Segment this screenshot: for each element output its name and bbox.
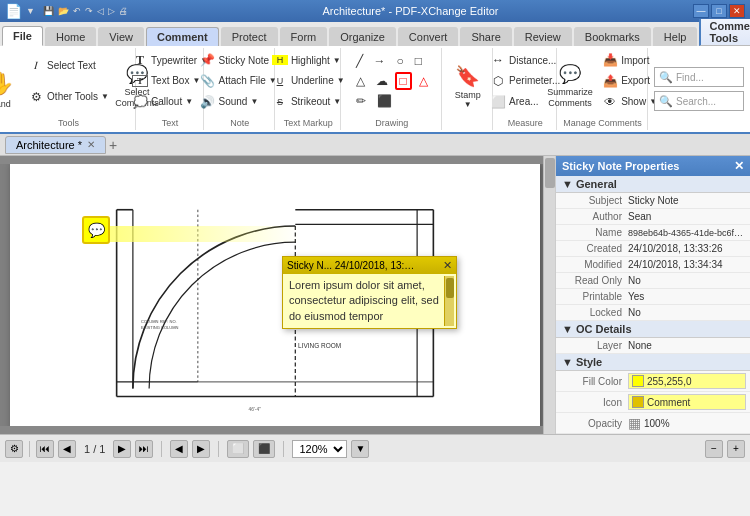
eraser-tool-button[interactable]: ⬛ [373,92,396,110]
printable-row: Printable Yes [556,289,750,305]
hand-icon: ✋ [0,71,14,97]
modified-value: 24/10/2018, 13:34:34 [628,259,746,270]
page-info: 1 / 1 [84,443,105,455]
other-tools-button[interactable]: ⚙ Other Tools ▼ [24,88,113,106]
ribbon-group-tools: ✋ Hand 𝐼 Select Text ⚙ Other Tools ▼ 💬 S… [2,48,136,130]
nav-last-button[interactable]: ⏭ [135,440,153,458]
tab-share[interactable]: Share [460,27,511,46]
highlight-button[interactable]: H Highlight ▼ [268,51,349,69]
locked-value: No [628,307,746,318]
sticky-note-beam [110,226,300,242]
tab-form[interactable]: Form [280,27,328,46]
pencil-tool-button[interactable]: ✏ [352,92,370,110]
zoom-in-button[interactable]: + [727,440,745,458]
nav-prev-button[interactable]: ◀ [58,440,76,458]
pan-right-button[interactable]: ▶ [192,440,210,458]
properties-panel: Sticky Note Properties ✕ ▼ General Subje… [555,156,750,434]
document-tab[interactable]: Architecture * ✕ [5,136,106,154]
oc-details-section-header[interactable]: ▼ OC Details [556,321,750,338]
printable-value: Yes [628,291,746,302]
summarize-button[interactable]: 💬 Summarize Comments [544,50,596,112]
select-tools-col: 𝐼 Select Text ⚙ Other Tools ▼ [24,50,113,112]
scroll-thumb[interactable] [545,158,555,188]
arrow-tool-button[interactable]: → [370,52,390,70]
textmarkup-label: Text Markup [284,118,333,128]
created-row: Created 24/10/2018, 13:33:26 [556,241,750,257]
sticky-popup-body: Lorem ipsum dolor sit amet, consectetur … [283,274,456,328]
stamp-button[interactable]: 🔖 Stamp ▼ [446,50,490,112]
hand-tool-button[interactable]: ✋ Hand [0,50,22,112]
polygon-tool-button[interactable]: △ [352,72,369,90]
pan-left-button[interactable]: ◀ [170,440,188,458]
tab-bookmarks[interactable]: Bookmarks [574,27,651,46]
nav-next-button[interactable]: ▶ [113,440,131,458]
cursor-icon: 𝐼 [28,59,44,72]
rect2-tool-button[interactable]: □ [395,72,412,90]
minimize-button[interactable]: — [693,4,709,18]
tab-organize[interactable]: Organize [329,27,396,46]
tab-review[interactable]: Review [514,27,572,46]
fill-color-value[interactable]: 255,255,0 [628,373,746,389]
locked-row: Locked No [556,305,750,321]
sticky-note-text: Lorem ipsum dolor sit amet, consectetur … [289,279,439,322]
highlight-icon: H [272,55,288,65]
find-icon: 🔍 [659,71,673,84]
readonly-row: Read Only No [556,273,750,289]
poly2-tool-button[interactable]: △ [415,72,432,90]
strikeout-button[interactable]: S Strikeout ▼ [268,93,349,111]
properties-close-button[interactable]: ✕ [734,159,744,173]
restore-button[interactable]: □ [711,4,727,18]
ribbon: ✋ Hand 𝐼 Select Text ⚙ Other Tools ▼ 💬 S… [0,46,750,134]
main-content: BEDROOMS LIVING ROOM COLUMN REF. NO. EXI… [0,156,750,434]
close-button[interactable]: ✕ [729,4,745,18]
tools-icon: ⚙ [28,90,44,104]
nav-settings-button[interactable]: ⚙ [5,440,23,458]
tab-help[interactable]: Help [653,27,698,46]
icon-value[interactable]: Comment [628,394,746,410]
general-section-header[interactable]: ▼ General [556,176,750,193]
created-value: 24/10/2018, 13:33:26 [628,243,746,254]
window-title: Architecture* - PDF-XChange Editor [128,5,693,17]
zoom-select[interactable]: 50% 75% 100% 120% 150% 200% [292,440,347,458]
sticky-popup-scrollbar[interactable] [444,276,454,326]
ribbon-group-textmarkup: H Highlight ▼ U Underline ▼ S Strikeout … [276,48,341,130]
layer-row: Layer None [556,338,750,354]
new-tab-button[interactable]: + [109,137,117,153]
svg-text:46'-4": 46'-4" [249,407,262,412]
sticky-popup-close[interactable]: ✕ [443,259,452,272]
cloud-tool-button[interactable]: ☁ [372,72,392,90]
select-text-button[interactable]: 𝐼 Select Text [24,57,113,75]
sticky-note-canvas-icon[interactable]: 💬 [82,216,110,244]
zoom-out-button[interactable]: − [705,440,723,458]
drawing-content: ╱ → ○ □ △ ☁ □ △ ✏ ⬛ [352,50,432,116]
search-bar[interactable]: 🔍 Search... [654,91,744,111]
tab-home[interactable]: Home [45,27,96,46]
underline-button[interactable]: U Underline ▼ [268,72,349,90]
sticky-note-popup[interactable]: Sticky N... 24/10/2018, 13:3... ✕ Lorem … [282,256,457,329]
scroll-bottom-bar [0,426,543,434]
fit-width-button[interactable]: ⬛ [253,440,275,458]
tab-convert[interactable]: Convert [398,27,459,46]
find-bar[interactable]: 🔍 Find... [654,67,744,87]
ribbon-group-manage: 💬 Summarize Comments 📥 Import 📤 Export 👁… [558,48,648,130]
fit-page-button[interactable]: ⬜ [227,440,249,458]
line-tool-button[interactable]: ╱ [352,52,367,70]
tab-comment[interactable]: Comment [146,27,219,46]
zoom-dropdown-button[interactable]: ▼ [351,440,369,458]
tab-file[interactable]: File [2,26,43,46]
doc-tab-close[interactable]: ✕ [87,139,95,150]
summarize-icon: 💬 [559,63,581,85]
name-row: Name 898eb64b-4365-41de-bc6f771e4... [556,225,750,241]
vertical-scrollbar[interactable] [543,156,555,434]
tab-view[interactable]: View [98,27,144,46]
tab-protect[interactable]: Protect [221,27,278,46]
style-section-header[interactable]: ▼ Style [556,354,750,371]
export-icon: 📤 [602,74,618,88]
ribbon-group-note: 📌 Sticky Note ▼ 📎 Attach File ▼ 🔊 Sound … [205,48,275,130]
rect-tool-button[interactable]: □ [411,52,426,70]
icon-color-swatch [632,396,644,408]
nav-first-button[interactable]: ⏮ [36,440,54,458]
distance-icon: ↔ [490,53,506,67]
ellipse-tool-button[interactable]: ○ [393,52,408,70]
window-controls[interactable]: — □ ✕ [693,4,745,18]
